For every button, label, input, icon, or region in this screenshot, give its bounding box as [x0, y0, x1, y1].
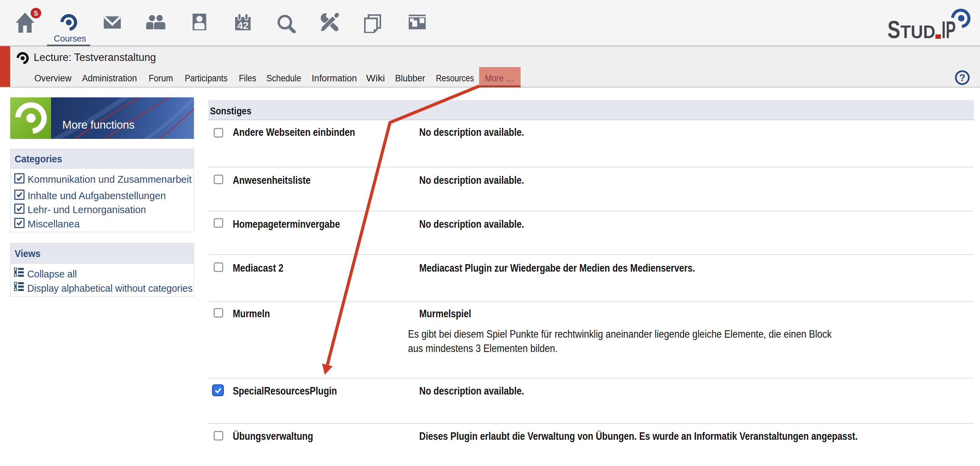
svg-text:?: ? — [959, 72, 966, 83]
svg-text:42: 42 — [237, 20, 248, 30]
svg-text:IP: IP — [942, 17, 956, 41]
svg-text:S: S — [888, 16, 900, 41]
svg-text:TUD: TUD — [900, 21, 935, 41]
